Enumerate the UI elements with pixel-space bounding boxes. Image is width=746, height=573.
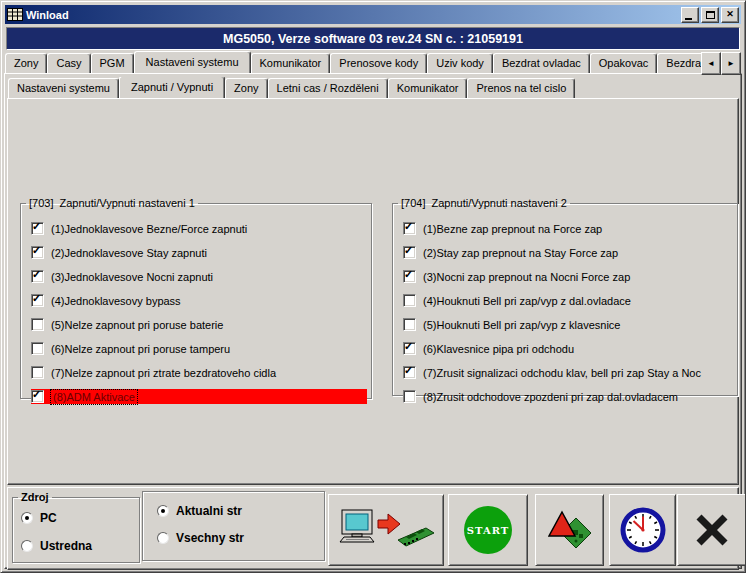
checkbox-row[interactable]: ✓(7)Zrusit signalizaci odchodu klav, bel… — [403, 365, 733, 380]
checkbox-row[interactable]: ✓(2)Stay zap prepnout na Stay Force zap — [403, 245, 733, 260]
checkbox[interactable]: ✓ — [31, 342, 44, 355]
checkbox-row[interactable]: ✓(5)Nelze zapnout pri poruse baterie — [31, 317, 367, 332]
tab-casy[interactable]: Casy — [47, 53, 90, 73]
check-icon: ✓ — [404, 269, 413, 280]
tab-zony[interactable]: Zony — [5, 53, 47, 73]
checkbox[interactable]: ✓ — [31, 294, 44, 307]
checkbox-label: (4)Jednoklavesovy bypass — [51, 295, 181, 307]
maximize-button[interactable] — [701, 7, 719, 23]
radio-button[interactable] — [21, 512, 33, 524]
tab-scroll-left-button[interactable]: ◄ — [701, 52, 721, 75]
radio-vsechny-str[interactable]: Vsechny str — [157, 531, 324, 545]
radio-label: Vsechny str — [176, 531, 244, 545]
checkbox-label: (5)Nelze zapnout pri poruse baterie — [51, 319, 223, 331]
check-icon: ✓ — [32, 269, 41, 280]
check-icon: ✓ — [404, 221, 413, 232]
subtab-prenos-na-tel[interactable]: Prenos na tel cislo — [467, 78, 575, 98]
checkbox[interactable]: ✓ — [31, 270, 44, 283]
checkbox-label: (1)Bezne zap prepnout na Force zap — [423, 223, 602, 235]
checkbox[interactable]: ✓ — [31, 246, 44, 259]
checkbox-row-highlighted[interactable]: ✓(8)ADM Aktivace — [31, 389, 367, 404]
checkbox-row[interactable]: ✓(2)Jednoklavesove Stay zapnuti — [31, 245, 367, 260]
subtab-zapnuti-vypnuti[interactable]: Zapnuti / Vypnuti — [119, 77, 225, 98]
radio-button[interactable] — [157, 532, 169, 544]
tab-prenosove-kody[interactable]: Prenosove kody — [330, 53, 427, 73]
radio-aktualni-str[interactable]: Aktualni str — [157, 504, 324, 518]
group-704: [704]Zapnuti/Vypnuti nastaveni 2 ✓(1)Bez… — [392, 197, 738, 396]
window-title: Winload — [26, 9, 681, 21]
subtab-zony[interactable]: Zony — [225, 78, 267, 98]
checkbox-row[interactable]: ✓(5)Houknuti Bell pri zap/vyp z klavesni… — [403, 317, 733, 332]
checkbox-row[interactable]: ✓(3)Nocni zap prepnout na Nocni Force za… — [403, 269, 733, 284]
page-scope-panel: Aktualni str Vsechny str — [142, 491, 325, 561]
subtab-letni-cas[interactable]: Letni cas / Rozděleni — [268, 78, 388, 98]
checkbox[interactable]: ✓ — [403, 318, 416, 331]
sub-tab-strip: Nastaveni systemu Zapnuti / Vypnuti Zony… — [8, 77, 738, 98]
close-icon: ✕ — [726, 10, 734, 19]
clock-icon — [620, 507, 666, 553]
checkbox-row[interactable]: ✓(6)Klavesnice pipa pri odchodu — [403, 341, 733, 356]
start-button[interactable]: START — [448, 494, 528, 566]
checkbox[interactable]: ✓ — [31, 318, 44, 331]
exit-button[interactable] — [677, 494, 746, 566]
close-button[interactable]: ✕ — [721, 7, 739, 23]
checkbox[interactable]: ✓ — [403, 246, 416, 259]
checkbox[interactable]: ✓ — [403, 366, 416, 379]
tab-uziv-kody[interactable]: Uziv kody — [427, 53, 493, 73]
main-tab-page: Nastaveni systemu Zapnuti / Vypnuti Zony… — [4, 73, 742, 569]
maximize-icon — [706, 11, 715, 19]
radio-label: PC — [40, 511, 57, 525]
pc-to-chip-icon — [336, 508, 436, 552]
checkbox-row[interactable]: ✓(8)Zrusit odchodove zpozdeni pri zap da… — [403, 389, 733, 404]
checkbox-row[interactable]: ✓(1)Jednoklavesove Bezne/Force zapnuti — [31, 221, 367, 236]
checkbox-label: (2)Jednoklavesove Stay zapnuti — [51, 247, 207, 259]
checkbox-label: (7)Nelze zapnout pri ztrate bezdratoveho… — [51, 367, 276, 379]
tab-pgm[interactable]: PGM — [91, 53, 134, 73]
check-icon: ✓ — [32, 389, 41, 400]
checkbox-label: (3)Nocni zap prepnout na Nocni Force zap — [423, 271, 630, 283]
checkbox-row[interactable]: ✓(1)Bezne zap prepnout na Force zap — [403, 221, 733, 236]
checkbox-row[interactable]: ✓(7)Nelze zapnout pri ztrate bezdratoveh… — [31, 365, 367, 380]
radio-dot-icon — [161, 509, 165, 513]
radio-pc[interactable]: PC — [21, 511, 139, 525]
radio-button[interactable] — [21, 540, 33, 552]
source-group-title: Zdroj — [18, 491, 52, 503]
checkbox[interactable]: ✓ — [31, 390, 44, 403]
checkbox[interactable]: ✓ — [31, 222, 44, 235]
tab-bezdrat-ovladac[interactable]: Bezdrat ovladac — [493, 53, 590, 73]
checkbox-row[interactable]: ✓(3)Jednoklavesove Nocni zapnuti — [31, 269, 367, 284]
verify-panel-button[interactable] — [535, 494, 604, 566]
minimize-button[interactable] — [681, 7, 699, 23]
source-group: Zdroj PC Ustredna — [12, 491, 140, 563]
checkbox[interactable]: ✓ — [403, 222, 416, 235]
winload-app-icon — [7, 8, 23, 21]
radio-label: Aktualni str — [176, 504, 242, 518]
checkbox-label: (5)Houknuti Bell pri zap/vyp z klavesnic… — [423, 319, 620, 331]
tab-nastaveni-systemu[interactable]: Nastaveni systemu — [134, 51, 251, 73]
write-pc-to-panel-button[interactable] — [328, 494, 444, 566]
start-label: START — [467, 525, 509, 536]
check-icon: ✓ — [404, 341, 413, 352]
subtab-nastaveni-systemu[interactable]: Nastaveni systemu — [8, 78, 119, 98]
tab-komunikator[interactable]: Komunikator — [251, 53, 331, 73]
clock-button[interactable] — [609, 494, 676, 566]
subtab-komunikator[interactable]: Komunikator — [388, 78, 468, 98]
checkbox[interactable]: ✓ — [403, 270, 416, 283]
checkbox[interactable]: ✓ — [403, 390, 416, 403]
tab-scroll-right-button[interactable]: ► — [721, 52, 741, 75]
checkbox-row[interactable]: ✓(6)Nelze zapnout pri poruse tamperu — [31, 341, 367, 356]
radio-ustredna[interactable]: Ustredna — [21, 539, 139, 553]
winload-window: Winload ✕ MG5050, Verze software 03 rev.… — [0, 0, 746, 573]
checkbox-row[interactable]: ✓(4)Jednoklavesovy bypass — [31, 293, 367, 308]
check-icon: ✓ — [404, 245, 413, 256]
tab-bezdratova-klavesnice[interactable]: Bezdratova klavesn — [657, 53, 701, 73]
checkbox-row[interactable]: ✓(4)Houknuti Bell pri zap/vyp z dal.ovla… — [403, 293, 733, 308]
checkbox[interactable]: ✓ — [403, 342, 416, 355]
checkbox[interactable]: ✓ — [403, 294, 416, 307]
check-icon: ✓ — [32, 293, 41, 304]
radio-button[interactable] — [157, 505, 169, 517]
tab-opakovac[interactable]: Opakovac — [590, 53, 658, 73]
checkbox[interactable]: ✓ — [31, 366, 44, 379]
group-title: Zapnuti/Vypnuti nastaveni 2 — [431, 197, 566, 209]
panel-info-header: MG5050, Verze software 03 rev.24 SN c. :… — [6, 27, 740, 50]
